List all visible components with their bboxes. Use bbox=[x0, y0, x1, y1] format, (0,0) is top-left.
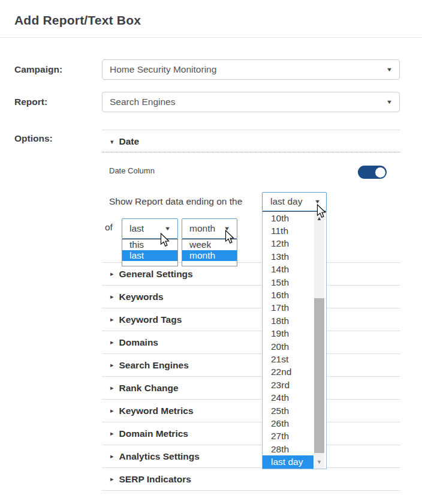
dropdown-option[interactable]: 23rd bbox=[263, 379, 314, 391]
dotted-divider bbox=[102, 152, 400, 152]
dropdown-option[interactable]: 18th bbox=[263, 314, 314, 327]
page-title: Add Report/Text Box bbox=[14, 13, 141, 28]
chevron-down-icon: ▼ bbox=[164, 226, 171, 232]
chevron-down-icon: ▼ bbox=[314, 199, 321, 205]
section-label-date: Date bbox=[119, 136, 140, 147]
period-select-value: last bbox=[129, 223, 161, 234]
caret-right-icon: ▸ bbox=[110, 293, 114, 301]
accordion-section-label: SERP Indicators bbox=[119, 474, 191, 485]
unit-dropdown-list: weekmonth bbox=[182, 239, 237, 266]
caret-right-icon: ▸ bbox=[110, 270, 114, 278]
date-column-toggle[interactable] bbox=[358, 166, 387, 179]
chevron-down-icon: ▼ bbox=[224, 226, 230, 232]
caret-right-icon: ▸ bbox=[110, 361, 114, 369]
accordion-section-header[interactable]: ▸ Domains bbox=[102, 331, 400, 354]
accordion-section-label: Domain Metrics bbox=[119, 428, 188, 439]
accordion-section-label: Keyword Tags bbox=[119, 314, 182, 325]
accordion-section-header[interactable]: ▸ SERP Indicators bbox=[102, 468, 400, 491]
toggle-knob bbox=[375, 167, 385, 178]
options-label: Options: bbox=[14, 133, 53, 144]
header-divider bbox=[0, 37, 422, 38]
day-select-value: last day bbox=[270, 196, 311, 207]
report-label: Report: bbox=[14, 97, 47, 107]
accordion-section-label: Rank Change bbox=[119, 383, 179, 394]
accordion-section-header[interactable]: ▸ Keyword Tags bbox=[102, 308, 400, 331]
accordion-top-divider bbox=[102, 130, 400, 130]
period-select[interactable]: last ▼ bbox=[122, 218, 178, 239]
day-select[interactable]: last day ▼ bbox=[262, 192, 327, 211]
unit-select[interactable]: month ▼ bbox=[182, 218, 237, 239]
caret-right-icon: ▸ bbox=[110, 452, 114, 460]
accordion-section-label: Keywords bbox=[119, 292, 164, 302]
day-dropdown-list: 10th11th12th13th14th15th16th17th18th19th… bbox=[262, 211, 327, 469]
accordion-section-header[interactable]: ▸ Search Engines bbox=[102, 354, 400, 377]
add-report-dialog: Add Report/Text Box Campaign: Home Secur… bbox=[0, 0, 422, 504]
dropdown-option[interactable]: 28th bbox=[263, 443, 314, 455]
accordion-section-label: Domains bbox=[119, 337, 158, 348]
caret-down-icon: ▾ bbox=[110, 138, 114, 146]
chevron-down-icon: ▼ bbox=[386, 67, 393, 73]
caret-right-icon: ▸ bbox=[110, 338, 114, 346]
dropdown-option[interactable]: 15th bbox=[263, 276, 314, 289]
scroll-up-icon[interactable]: ▲ bbox=[314, 214, 324, 223]
dropdown-option[interactable]: month bbox=[182, 250, 237, 261]
dropdown-option[interactable]: 25th bbox=[263, 404, 314, 417]
scroll-down-icon[interactable]: ▼ bbox=[314, 457, 324, 467]
dropdown-option[interactable]: 12th bbox=[263, 238, 314, 250]
section-header-date[interactable]: ▾ Date bbox=[110, 136, 139, 147]
accordion-section-header[interactable]: ▸ Keyword Metrics bbox=[102, 400, 400, 422]
accordion-sections: ▸ General Settings ▸ Keywords ▸ Keyword … bbox=[102, 262, 400, 491]
campaign-select-value: Home Security Monitoring bbox=[110, 64, 383, 75]
of-label: of bbox=[105, 222, 113, 233]
accordion-section-label: General Settings bbox=[119, 269, 193, 280]
dropdown-option[interactable]: week bbox=[182, 239, 237, 250]
dropdown-option[interactable]: last bbox=[122, 250, 177, 261]
chevron-down-icon: ▼ bbox=[386, 99, 393, 105]
ending-label: Show Report data ending on the bbox=[109, 196, 242, 207]
accordion-section-header[interactable]: ▸ Rank Change bbox=[102, 377, 400, 400]
caret-right-icon: ▸ bbox=[110, 475, 114, 483]
dropdown-option[interactable]: 20th bbox=[263, 340, 314, 353]
caret-right-icon: ▸ bbox=[110, 407, 114, 415]
dropdown-option[interactable]: 13th bbox=[263, 250, 314, 263]
caret-right-icon: ▸ bbox=[110, 430, 114, 437]
accordion-section-label: Keyword Metrics bbox=[119, 406, 194, 416]
dropdown-option[interactable]: 19th bbox=[263, 328, 314, 340]
dropdown-option[interactable]: 11th bbox=[263, 224, 314, 237]
accordion-section-header[interactable]: ▸ Analytics Settings bbox=[102, 445, 400, 468]
period-dropdown-list: thislast bbox=[122, 239, 178, 266]
caret-right-icon: ▸ bbox=[110, 316, 114, 323]
dropdown-option[interactable]: 10th bbox=[263, 212, 314, 224]
caret-right-icon: ▸ bbox=[110, 384, 114, 392]
campaign-select[interactable]: Home Security Monitoring ▼ bbox=[102, 59, 400, 80]
dropdown-option[interactable]: 22nd bbox=[263, 366, 314, 379]
report-select-value: Search Engines bbox=[110, 97, 383, 107]
dropdown-option[interactable]: 24th bbox=[263, 391, 314, 404]
dropdown-option[interactable]: 17th bbox=[263, 302, 314, 314]
report-select[interactable]: Search Engines ▼ bbox=[102, 92, 400, 112]
unit-select-value: month bbox=[189, 223, 221, 234]
dropdown-option[interactable]: 16th bbox=[263, 289, 314, 301]
dropdown-option[interactable]: 27th bbox=[263, 430, 314, 443]
scrollbar-thumb[interactable] bbox=[314, 298, 324, 453]
dropdown-option[interactable]: 21st bbox=[263, 353, 314, 365]
accordion-section-label: Analytics Settings bbox=[119, 451, 200, 462]
dropdown-option[interactable]: 14th bbox=[263, 263, 314, 276]
campaign-label: Campaign: bbox=[14, 64, 62, 75]
accordion-section-header[interactable]: ▸ Domain Metrics bbox=[102, 422, 400, 445]
dropdown-option[interactable]: 26th bbox=[263, 417, 314, 430]
scrollbar[interactable]: ▲ ▼ bbox=[314, 212, 324, 468]
accordion-section-header[interactable]: ▸ Keywords bbox=[102, 286, 400, 308]
date-column-label: Date Column bbox=[109, 166, 155, 175]
dropdown-option[interactable]: last day bbox=[263, 455, 314, 468]
dropdown-option[interactable]: this bbox=[122, 239, 177, 250]
accordion-section-label: Search Engines bbox=[119, 360, 189, 371]
